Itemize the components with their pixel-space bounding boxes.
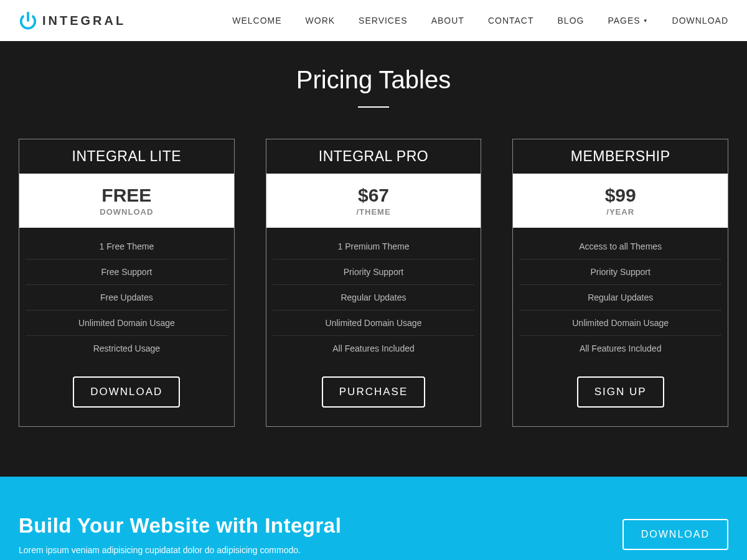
cta-section: Build Your Website with Integral Lorem i… xyxy=(0,477,747,560)
cta-subtitle: Lorem ipsum veniam adipisicing cupidatat… xyxy=(19,545,341,555)
card-period: /THEME xyxy=(266,207,481,217)
card-header: INTEGRAL PRO xyxy=(266,139,481,174)
nav-download[interactable]: DOWNLOAD xyxy=(672,16,728,26)
purchase-button[interactable]: PURCHASE xyxy=(322,376,425,408)
nav-blog[interactable]: BLOG xyxy=(558,16,585,26)
card-footer: SIGN UP xyxy=(513,361,728,426)
card-price-box: $67 /THEME xyxy=(266,174,481,228)
pricing-grid: INTEGRAL LITE FREE DOWNLOAD 1 Free Theme… xyxy=(19,139,728,427)
card-price-box: FREE DOWNLOAD xyxy=(19,174,234,228)
feature-item: Unlimited Domain Usage xyxy=(519,310,721,336)
feature-item: Unlimited Domain Usage xyxy=(273,310,475,336)
power-icon xyxy=(19,11,37,30)
card-period: DOWNLOAD xyxy=(19,207,234,217)
feature-item: 1 Free Theme xyxy=(26,234,228,259)
feature-item: Access to all Themes xyxy=(519,234,721,259)
cta-content: Build Your Website with Integral Lorem i… xyxy=(19,514,341,555)
section-title: Pricing Tables xyxy=(19,66,728,94)
card-features: 1 Premium Theme Priority Support Regular… xyxy=(266,228,481,361)
cta-download-button[interactable]: DOWNLOAD xyxy=(622,519,728,550)
chevron-down-icon: ▼ xyxy=(643,18,649,24)
download-button[interactable]: DOWNLOAD xyxy=(73,376,180,408)
nav-links: WELCOME WORK SERVICES ABOUT CONTACT BLOG… xyxy=(232,16,728,26)
card-price: FREE xyxy=(19,185,234,206)
title-underline xyxy=(358,106,389,108)
card-header: MEMBERSHIP xyxy=(513,139,728,174)
card-footer: PURCHASE xyxy=(266,361,481,426)
feature-item: Regular Updates xyxy=(273,285,475,310)
logo[interactable]: INTEGRAL xyxy=(19,11,126,30)
card-period: /YEAR xyxy=(513,207,728,217)
feature-item: 1 Premium Theme xyxy=(273,234,475,259)
card-footer: DOWNLOAD xyxy=(19,361,234,426)
nav-welcome[interactable]: WELCOME xyxy=(232,16,281,26)
nav-services[interactable]: SERVICES xyxy=(359,16,408,26)
feature-item: Priority Support xyxy=(519,259,721,285)
feature-item: All Features Included xyxy=(273,336,475,361)
card-features: 1 Free Theme Free Support Free Updates U… xyxy=(19,228,234,361)
pricing-card-lite: INTEGRAL LITE FREE DOWNLOAD 1 Free Theme… xyxy=(19,139,235,427)
card-price: $67 xyxy=(266,185,481,206)
pricing-card-membership: MEMBERSHIP $99 /YEAR Access to all Theme… xyxy=(512,139,728,427)
feature-item: All Features Included xyxy=(519,336,721,361)
nav-pages[interactable]: PAGES ▼ xyxy=(608,16,648,26)
nav-pages-label: PAGES xyxy=(608,16,640,26)
card-header: INTEGRAL LITE xyxy=(19,139,234,174)
feature-item: Restricted Usage xyxy=(26,336,228,361)
nav-about[interactable]: ABOUT xyxy=(431,16,464,26)
signup-button[interactable]: SIGN UP xyxy=(577,376,664,408)
card-price-box: $99 /YEAR xyxy=(513,174,728,228)
nav-contact[interactable]: CONTACT xyxy=(488,16,534,26)
feature-item: Free Updates xyxy=(26,285,228,310)
feature-item: Unlimited Domain Usage xyxy=(26,310,228,336)
navbar: INTEGRAL WELCOME WORK SERVICES ABOUT CON… xyxy=(0,0,747,41)
brand-name: INTEGRAL xyxy=(42,14,126,28)
feature-item: Regular Updates xyxy=(519,285,721,310)
pricing-section: Pricing Tables INTEGRAL LITE FREE DOWNLO… xyxy=(0,41,747,477)
pricing-card-pro: INTEGRAL PRO $67 /THEME 1 Premium Theme … xyxy=(266,139,482,427)
feature-item: Priority Support xyxy=(273,259,475,285)
nav-work[interactable]: WORK xyxy=(306,16,336,26)
feature-item: Free Support xyxy=(26,259,228,285)
card-features: Access to all Themes Priority Support Re… xyxy=(513,228,728,361)
cta-title: Build Your Website with Integral xyxy=(19,514,341,538)
card-price: $99 xyxy=(513,185,728,206)
